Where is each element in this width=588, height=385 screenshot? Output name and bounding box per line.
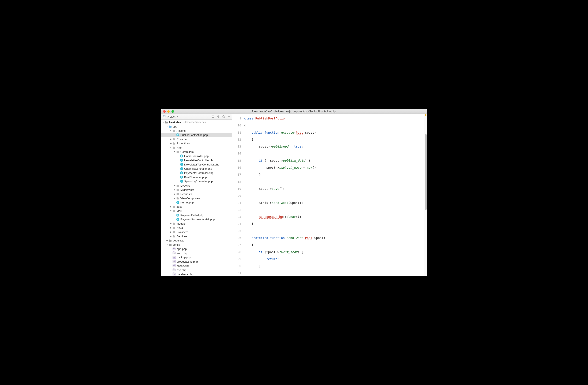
tree-row[interactable]: ▶CSpeakingController.php xyxy=(161,179,232,183)
code-area[interactable]: class PublishPostAction{ public function… xyxy=(244,114,424,276)
disclosure-arrow-icon[interactable]: ▶ xyxy=(170,223,172,224)
tree-row[interactable]: ▶Exceptions xyxy=(161,141,232,145)
disclosure-arrow-icon[interactable]: ▶ xyxy=(174,193,176,195)
tree-row[interactable]: ▶Console xyxy=(161,137,232,141)
disclosure-arrow-icon[interactable]: ▶ xyxy=(170,227,172,229)
disclosure-arrow-icon[interactable]: ▶ xyxy=(174,197,176,199)
tree-row[interactable]: ▶bootstrap xyxy=(161,238,232,243)
code-token: ResponseCache xyxy=(259,215,283,219)
tree-row[interactable]: ▼app xyxy=(161,124,232,129)
tree-row[interactable]: ▶Livewire xyxy=(161,183,232,188)
scrollbar-thumb[interactable] xyxy=(425,134,427,210)
disclosure-arrow-icon[interactable]: ▶ xyxy=(170,206,172,208)
tree-row[interactable]: ▶CNewsletterController.php xyxy=(161,158,232,162)
disclosure-arrow-icon[interactable]: ▶ xyxy=(170,231,172,233)
tree-row[interactable]: ▶CKernel.php xyxy=(161,200,232,204)
disclosure-arrow-icon[interactable]: ▶ xyxy=(174,189,176,191)
tree-row[interactable]: ▼Actions xyxy=(161,129,232,133)
close-icon[interactable] xyxy=(163,110,166,113)
code-line[interactable]: if (! $post->publish_date) { xyxy=(244,157,424,164)
code-line[interactable]: $post->publish_date = now(); xyxy=(244,164,424,171)
project-tree[interactable]: ▼freek.dev~/dev/code/freek.dev▼app▼Actio… xyxy=(161,120,232,276)
disclosure-arrow-icon[interactable]: ▼ xyxy=(166,244,168,246)
minimize-icon[interactable] xyxy=(167,110,170,113)
disclosure-arrow-icon[interactable]: ▼ xyxy=(162,121,164,123)
code-line[interactable]: { xyxy=(244,242,424,248)
tree-row[interactable]: ▶CNewsletterTestController.php xyxy=(161,162,232,166)
code-editor[interactable]: 9101112131415161718192021222324252627282… xyxy=(232,114,427,276)
code-line[interactable]: $post->save(); xyxy=(244,185,424,192)
disclosure-arrow-icon[interactable]: ▶ xyxy=(166,240,168,242)
tree-row[interactable]: ▶CPaymentsController.php xyxy=(161,171,232,175)
tree-row[interactable]: ▼Controllers xyxy=(161,150,232,154)
tree-row[interactable]: ▶Nova xyxy=(161,226,232,230)
code-line[interactable]: if ($post->tweet_sent) { xyxy=(244,249,424,256)
tree-row[interactable]: ▶Models xyxy=(161,222,232,226)
tree-row[interactable]: ▶CPublishPostAction.php xyxy=(161,133,232,137)
code-line[interactable] xyxy=(244,227,424,235)
expand-all-icon[interactable] xyxy=(217,115,220,118)
zoom-icon[interactable] xyxy=(171,110,174,113)
disclosure-arrow-icon[interactable]: ▶ xyxy=(170,235,172,237)
tree-row[interactable]: ▼freek.dev~/dev/code/freek.dev xyxy=(161,120,232,124)
tree-row[interactable]: ▶Jobs xyxy=(161,204,232,209)
code-line[interactable] xyxy=(244,150,424,157)
disclosure-arrow-icon[interactable]: ▼ xyxy=(170,147,172,149)
code-line[interactable]: class PublishPostAction xyxy=(244,115,424,122)
tree-row[interactable]: ▶CHomeController.php xyxy=(161,154,232,158)
code-line[interactable]: $this->sendTweet($post); xyxy=(244,200,424,206)
tree-row[interactable]: ▶ViewComposers xyxy=(161,196,232,200)
code-line[interactable]: protected function sendTweet(Post $post) xyxy=(244,235,424,242)
code-line[interactable]: } xyxy=(244,171,424,178)
disclosure-arrow-icon[interactable]: ▼ xyxy=(166,126,168,127)
warning-marker-icon[interactable] xyxy=(425,114,426,116)
tree-row[interactable]: ▶PHPauth.php xyxy=(161,251,232,255)
tree-row[interactable]: ▶PHPcsp.php xyxy=(161,268,232,272)
tree-row[interactable]: ▶CPaymentSuccessfulMail.php xyxy=(161,217,232,222)
tree-row[interactable]: ▶Providers xyxy=(161,230,232,234)
code-line[interactable]: } xyxy=(244,220,424,227)
tree-row[interactable]: ▶CPaymentFailed.php xyxy=(161,213,232,217)
tree-row[interactable]: ▶COriginalsController.php xyxy=(161,166,232,171)
code-line[interactable]: return; xyxy=(244,256,424,263)
tree-row[interactable]: ▶Middleware xyxy=(161,188,232,192)
code-line[interactable] xyxy=(244,270,424,276)
tree-row[interactable]: ▶PHPbroadcasting.php xyxy=(161,259,232,264)
disclosure-arrow-icon[interactable]: ▶ xyxy=(170,138,172,140)
code-line[interactable]: ResponseCache::clear(); xyxy=(244,213,424,220)
disclosure-arrow-icon[interactable]: ▶ xyxy=(170,142,172,144)
sidebar-title[interactable]: Project ▼ xyxy=(163,115,178,118)
tree-row[interactable]: ▶PHPcache.php xyxy=(161,264,232,268)
folder-icon xyxy=(172,226,176,229)
code-line[interactable] xyxy=(244,206,424,213)
code-line[interactable] xyxy=(244,178,424,185)
line-number: 20 xyxy=(232,192,241,199)
tree-row[interactable]: ▶CPostController.php xyxy=(161,175,232,179)
scrollbar-track[interactable] xyxy=(424,114,427,276)
code-line[interactable]: } xyxy=(244,263,424,269)
tree-row[interactable]: ▶Services xyxy=(161,234,232,238)
disclosure-arrow-icon[interactable]: ▼ xyxy=(170,210,172,212)
locate-icon[interactable] xyxy=(211,115,215,118)
tree-row[interactable]: ▶PHPbackup.php xyxy=(161,255,232,259)
disclosure-arrow-icon[interactable]: ▼ xyxy=(174,151,176,153)
disclosure-arrow-icon[interactable]: ▼ xyxy=(170,130,172,132)
tree-row[interactable]: ▶PHPapp.php xyxy=(161,247,232,251)
code-line[interactable]: { xyxy=(244,122,424,129)
code-line[interactable]: $post->published = true; xyxy=(244,143,424,150)
tree-row[interactable]: ▼Http xyxy=(161,145,232,150)
class-file-icon: C xyxy=(180,167,183,170)
gear-icon[interactable] xyxy=(222,115,225,118)
tree-row[interactable]: ▶Requests xyxy=(161,192,232,196)
tree-row[interactable]: ▶PHPdatabase.php xyxy=(161,272,232,276)
code-token: function xyxy=(270,236,287,240)
code-line[interactable] xyxy=(244,192,424,199)
code-line[interactable]: public function execute(Post $post) xyxy=(244,129,424,136)
tree-row[interactable]: ▼Mail xyxy=(161,209,232,213)
code-token: ( xyxy=(303,236,305,240)
titlebar[interactable]: freek.dev [~/dev/code/freek.dev] - .../a… xyxy=(161,109,427,114)
tree-row[interactable]: ▼config xyxy=(161,243,232,247)
disclosure-arrow-icon[interactable]: ▶ xyxy=(174,185,176,187)
code-line[interactable]: { xyxy=(244,136,424,143)
hide-icon[interactable] xyxy=(227,115,231,118)
